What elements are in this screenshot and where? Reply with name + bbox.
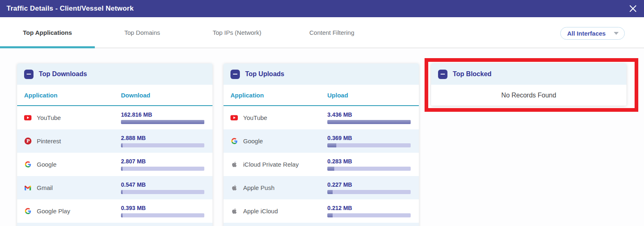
application-name: Apple Push <box>243 184 275 191</box>
application-cell: YouTube <box>230 114 327 122</box>
application-cell: Gmail <box>24 184 121 192</box>
panel-top-uploads: Top Uploads Application Upload YouTube 3… <box>224 63 419 226</box>
value-cell: 0.369 MB <box>327 135 412 147</box>
value-cell: 2.888 MB <box>121 135 206 147</box>
tab-label: Top IPs (Network) <box>212 29 261 36</box>
traffic-value: 0.227 MB <box>327 181 412 188</box>
application-cell: Apple iCloud <box>230 208 327 215</box>
value-cell: 0.547 MB <box>121 181 206 194</box>
table-row: Apple Push 0.227 MB <box>224 176 419 199</box>
application-name: YouTube <box>243 114 267 121</box>
traffic-value: 0.547 MB <box>121 181 206 188</box>
traffic-bar-fill <box>121 167 123 171</box>
uploads-rows: YouTube 3.436 MB Google 0.369 MB iCloud … <box>224 106 419 226</box>
svg-text:P: P <box>26 138 29 144</box>
tab-label: Top Domains <box>124 29 160 36</box>
traffic-value: 162.816 MB <box>121 111 206 118</box>
table-row: Apple iCloud 0.212 MB <box>224 199 419 223</box>
traffic-bar-fill <box>327 190 333 194</box>
value-cell: 0.227 MB <box>327 181 412 194</box>
panel-header: Top Downloads <box>17 63 212 85</box>
traffic-value: 2.888 MB <box>121 135 206 141</box>
column-header-row: Application Download <box>17 85 212 106</box>
tab-top-applications[interactable]: Top Applications <box>0 17 95 47</box>
column-application: Application <box>24 92 121 99</box>
application-name: iCloud Private Relay <box>243 161 299 168</box>
interface-filter-dropdown[interactable]: All Interfaces <box>560 27 625 40</box>
value-cell: 3.436 MB <box>327 111 412 124</box>
application-name: Google Play <box>37 208 70 215</box>
close-icon[interactable] <box>628 3 638 14</box>
table-row: YouTube 162.816 MB <box>17 106 212 129</box>
application-name: Pinterest <box>37 138 61 145</box>
traffic-bar-track <box>327 190 411 194</box>
google-icon <box>24 161 31 168</box>
panel-header: Top Blocked <box>431 63 626 85</box>
application-cell: Google Play <box>24 208 121 215</box>
youtube-icon <box>230 114 238 122</box>
chevron-down-icon <box>614 32 619 35</box>
apple-icon <box>230 208 238 215</box>
table-row: YouTube 3.436 MB <box>224 106 419 129</box>
traffic-bar-track <box>327 213 411 217</box>
value-cell: 0.212 MB <box>327 205 412 217</box>
traffic-bar-fill <box>327 167 334 171</box>
table-row: Google Play 0.393 MB <box>17 199 212 223</box>
traffic-bar-track <box>121 143 204 147</box>
traffic-value: 0.283 MB <box>327 158 412 165</box>
apple-icon <box>230 184 238 192</box>
traffic-bar-fill <box>121 120 204 124</box>
google-icon <box>24 208 31 215</box>
traffic-value: 2.807 MB <box>121 158 206 165</box>
collapse-minus-icon[interactable] <box>230 70 240 79</box>
google-icon <box>230 138 238 145</box>
traffic-bar-fill <box>327 120 411 124</box>
empty-state: No Records Found <box>431 85 626 106</box>
no-records-text: No Records Found <box>501 92 556 99</box>
traffic-details-dialog: Traffic Details - Client/Vessel Network … <box>0 0 644 226</box>
traffic-value: 0.393 MB <box>121 205 206 211</box>
tab-label: Top Applications <box>23 29 72 36</box>
interface-filter-value: All Interfaces <box>567 30 606 37</box>
application-cell: YouTube <box>24 114 121 122</box>
tab-top-ips-network[interactable]: Top IPs (Network) <box>190 17 284 47</box>
tab-content-filtering[interactable]: Content Filtering <box>284 17 379 47</box>
pinterest-icon: P <box>24 138 31 145</box>
traffic-bar-track <box>121 190 204 194</box>
application-cell: Apple Push <box>230 184 327 192</box>
traffic-bar-track <box>327 143 411 147</box>
downloads-rows: YouTube 162.816 MB P Pinterest 2.888 MB … <box>17 106 212 226</box>
application-cell: Google <box>230 138 327 145</box>
column-download: Download <box>121 92 206 99</box>
traffic-value: 0.369 MB <box>327 135 412 141</box>
value-cell: 2.807 MB <box>121 158 206 171</box>
traffic-bar-track <box>327 167 411 171</box>
panel-title: Top Downloads <box>39 70 87 78</box>
dialog-titlebar: Traffic Details - Client/Vessel Network <box>0 0 644 17</box>
table-row: P Pinterest 2.888 MB <box>17 129 212 153</box>
traffic-bar-track <box>327 120 411 124</box>
dialog-title: Traffic Details - Client/Vessel Network <box>7 5 134 13</box>
traffic-bar-track <box>121 213 204 217</box>
panel-title: Top Uploads <box>245 70 284 78</box>
value-cell: 0.283 MB <box>327 158 412 171</box>
traffic-value: 3.436 MB <box>327 111 412 118</box>
traffic-bar-fill <box>327 143 336 147</box>
traffic-bar-track <box>121 120 204 124</box>
traffic-bar-fill <box>327 213 333 217</box>
column-application: Application <box>230 92 327 99</box>
application-name: Google <box>243 138 263 145</box>
application-cell: Google <box>24 161 121 168</box>
tab-top-domains[interactable]: Top Domains <box>95 17 190 47</box>
collapse-minus-icon[interactable] <box>24 70 34 79</box>
application-name: Google <box>37 161 56 168</box>
column-upload: Upload <box>327 92 412 99</box>
gmail-icon <box>24 184 31 192</box>
panel-title: Top Blocked <box>453 70 492 78</box>
table-row: Gmail 0.547 MB <box>17 176 212 199</box>
application-name: YouTube <box>37 114 61 121</box>
table-row-clipped <box>17 223 212 226</box>
application-name: Apple iCloud <box>243 208 278 215</box>
traffic-value: 0.212 MB <box>327 205 412 211</box>
collapse-minus-icon[interactable] <box>438 70 447 79</box>
